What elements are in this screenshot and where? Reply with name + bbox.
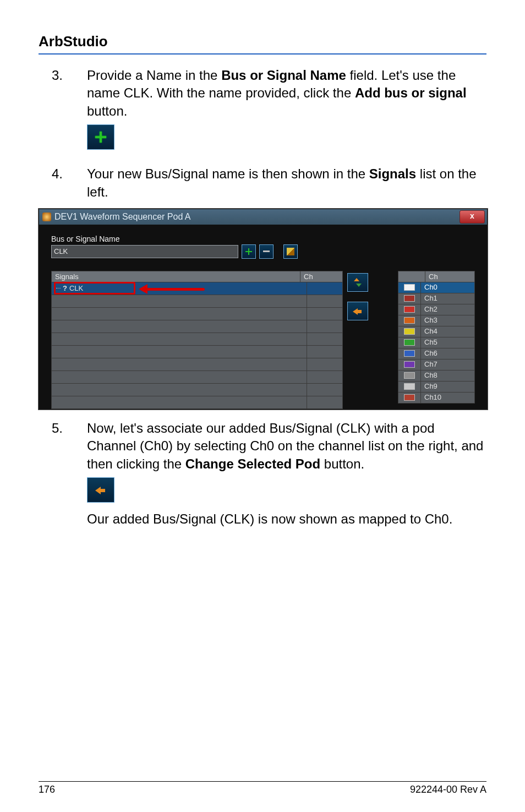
arrow-left-icon	[353, 307, 363, 315]
channel-color-swatch	[404, 339, 415, 346]
channel-label: Ch4	[421, 326, 474, 337]
channel-color-swatch	[404, 372, 415, 379]
channel-label: Ch5	[421, 337, 474, 348]
signal-name: CLK	[69, 284, 83, 292]
channel-row[interactable]: Ch9	[398, 381, 474, 392]
channel-color-swatch	[404, 383, 415, 390]
remove-bus-signal-button[interactable]	[259, 244, 274, 259]
text-bold: Signals	[369, 166, 416, 181]
channel-label: Ch0	[421, 282, 474, 293]
text: Your new Bus/Signal name is then shown i…	[87, 166, 369, 181]
channel-label: Ch8	[421, 370, 474, 381]
channel-row[interactable]: Ch2	[398, 304, 474, 315]
add-bus-signal-button[interactable]	[242, 244, 256, 259]
channel-color-swatch	[404, 284, 415, 291]
channel-row[interactable]: Ch7	[398, 359, 474, 370]
plus-icon	[245, 248, 253, 255]
step-number: 5.	[39, 419, 87, 528]
minus-icon	[263, 250, 270, 252]
signals-col-header: Signals	[52, 271, 300, 282]
channel-row[interactable]: Ch3	[398, 315, 474, 326]
window-titlebar: DEV1 Waveform Sequencer Pod A x	[39, 209, 487, 225]
edit-bus-signal-button[interactable]	[283, 244, 298, 259]
bus-signal-name-input[interactable]	[51, 245, 238, 258]
window-title: DEV1 Waveform Sequencer Pod A	[54, 212, 191, 222]
page-title: ArbStudio	[39, 33, 486, 55]
sequencer-window: DEV1 Waveform Sequencer Pod A x Bus or S…	[39, 209, 488, 410]
channel-row[interactable]: Ch5	[398, 337, 474, 348]
signals-row-empty[interactable]	[52, 358, 342, 371]
question-icon: ?	[63, 284, 67, 292]
text-bold: Change Selected Pod	[185, 456, 320, 471]
channel-color-swatch	[404, 361, 415, 368]
step-4: 4. Your new Bus/Signal name is then show…	[39, 165, 486, 201]
text-bold: Add bus or signal	[355, 85, 467, 100]
signals-row-empty[interactable]	[52, 384, 342, 396]
swap-pods-button[interactable]	[347, 273, 368, 292]
channel-color-swatch	[404, 350, 415, 357]
bus-signal-name-label: Bus or Signal Name	[51, 235, 475, 243]
channel-color-swatch	[404, 317, 415, 324]
channel-row[interactable]: Ch8	[398, 370, 474, 381]
signals-row-empty[interactable]	[52, 320, 342, 333]
text: Our added Bus/Signal (CLK) is now shown …	[87, 510, 486, 528]
change-pod-button-illustration	[87, 477, 114, 503]
step-3: 3. Provide a Name in the Bus or Signal N…	[39, 67, 486, 157]
channel-label: Ch2	[421, 304, 474, 315]
signals-row-empty[interactable]	[52, 396, 342, 408]
channel-label: Ch9	[421, 382, 474, 392]
step-number: 4.	[39, 165, 87, 201]
swap-icon	[353, 277, 363, 288]
channel-row[interactable]: Ch4	[398, 326, 474, 337]
channel-label: Ch7	[421, 359, 474, 370]
text-bold: Bus or Signal Name	[221, 68, 346, 83]
arrow-left-icon	[94, 483, 107, 497]
step-number: 3.	[39, 67, 87, 157]
channel-label: Ch6	[421, 348, 474, 359]
page-footer: 176 922244-00 Rev A	[39, 781, 486, 795]
change-selected-pod-button[interactable]	[347, 302, 368, 320]
signals-header: Signals Ch	[51, 271, 343, 282]
page-number: 176	[39, 784, 55, 795]
channel-list: Ch Ch0Ch1Ch2Ch3Ch4Ch5Ch6Ch7Ch8Ch9Ch10	[398, 271, 475, 404]
channel-color-swatch	[404, 295, 415, 302]
signals-row-empty[interactable]	[52, 333, 342, 346]
channel-label: Ch3	[421, 315, 474, 326]
signals-row-clk[interactable]: ? CLK	[52, 282, 342, 295]
channel-label: Ch10	[421, 393, 474, 403]
channel-label: Ch1	[421, 293, 474, 304]
ch-col-header: Ch	[300, 271, 342, 282]
channel-list-header: Ch	[398, 271, 474, 282]
channel-row[interactable]: Ch6	[398, 348, 474, 359]
ch-header: Ch	[425, 271, 474, 282]
channel-color-swatch	[404, 328, 415, 335]
plus-icon	[94, 130, 107, 144]
step-5: 5. Now, let's associate our added Bus/Si…	[39, 419, 486, 528]
text: button.	[87, 103, 127, 118]
add-button-illustration	[87, 124, 114, 150]
signals-list: ? CLK	[51, 282, 343, 409]
text: button.	[320, 456, 364, 471]
app-icon	[42, 212, 51, 221]
signals-row-empty[interactable]	[52, 308, 342, 320]
signals-row-empty[interactable]	[52, 346, 342, 358]
channel-row[interactable]: Ch1	[398, 293, 474, 304]
signals-row-empty[interactable]	[52, 371, 342, 384]
signals-row-empty[interactable]	[52, 295, 342, 308]
channel-color-swatch	[404, 306, 415, 313]
close-button[interactable]: x	[460, 210, 485, 224]
channel-color-swatch	[404, 394, 415, 401]
channel-row[interactable]: Ch0	[398, 282, 474, 293]
doc-revision: 922244-00 Rev A	[410, 784, 486, 795]
text: Provide a Name in the	[87, 68, 221, 83]
edit-icon	[287, 248, 294, 255]
channel-row[interactable]: Ch10	[398, 392, 474, 403]
